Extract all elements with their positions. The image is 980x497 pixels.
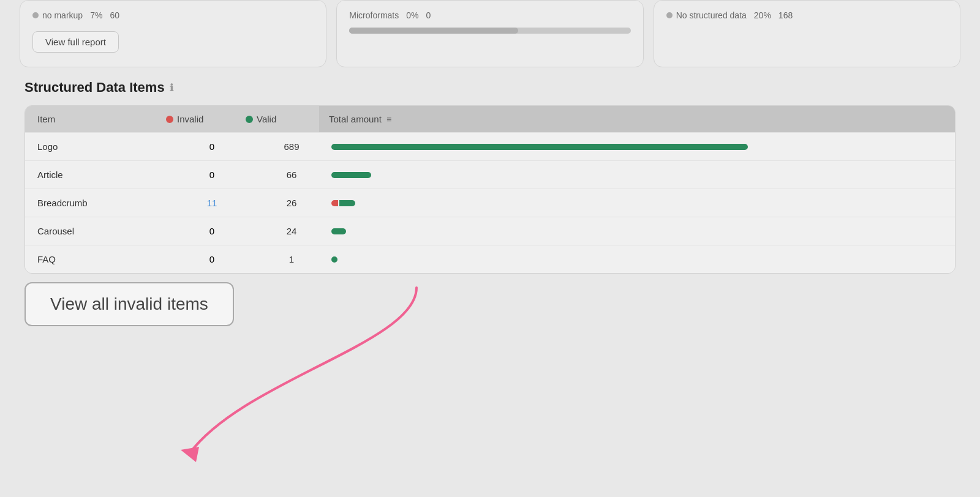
valid-header-text: Valid <box>257 114 276 124</box>
card2-stat-label: Microformats <box>349 10 399 20</box>
card3-pct: 20% <box>754 10 771 20</box>
card1-stat-label: no markup <box>32 10 83 20</box>
row-logo-valid: 689 <box>252 141 331 152</box>
bar-logo-green <box>331 144 748 150</box>
row-carousel-valid: 24 <box>252 226 331 236</box>
col-header-valid: Valid <box>239 106 319 132</box>
svg-marker-0 <box>181 447 199 462</box>
invalid-header-dot <box>166 116 173 123</box>
row-breadcrumb-item: Breadcrumb <box>37 198 172 208</box>
row-faq-invalid: 0 <box>172 254 252 264</box>
row-breadcrumb-invalid[interactable]: 11 <box>172 198 252 208</box>
card-no-structured-data: No structured data 20% 168 <box>654 0 960 67</box>
section-title: Structured Data Items ℹ <box>24 80 956 95</box>
col-header-item: Item <box>25 106 160 132</box>
row-logo-bar <box>331 144 943 150</box>
table-row: Article 0 66 <box>25 160 955 189</box>
row-faq-valid: 1 <box>252 254 331 264</box>
row-breadcrumb-bar <box>331 200 943 206</box>
invalid-header-text: Invalid <box>177 114 203 124</box>
card1-count: 60 <box>110 10 119 20</box>
row-article-invalid: 0 <box>172 170 252 180</box>
card2-pct: 0% <box>406 10 418 20</box>
table-row: Logo 0 689 <box>25 132 955 160</box>
row-carousel-bar <box>331 228 943 234</box>
info-icon[interactable]: ℹ <box>170 82 173 94</box>
row-article-item: Article <box>37 170 172 180</box>
total-header-text: Total amount <box>329 114 382 124</box>
card-microformats: Microformats 0% 0 <box>336 0 643 67</box>
row-logo-invalid: 0 <box>172 141 252 152</box>
card2-bar <box>349 28 518 34</box>
table-row: Carousel 0 24 <box>25 217 955 245</box>
row-article-bar <box>331 172 943 178</box>
bar-carousel-green <box>331 228 346 234</box>
card3-stat-label: No structured data <box>666 10 747 20</box>
main-content: Structured Data Items ℹ Item Invalid Val… <box>0 80 980 326</box>
bar-article-green <box>331 172 371 178</box>
row-carousel-invalid: 0 <box>172 226 252 236</box>
bar-breadcrumb-green <box>339 200 355 206</box>
row-carousel-item: Carousel <box>37 226 172 236</box>
row-breadcrumb-valid: 26 <box>252 198 331 208</box>
card3-label-text: No structured data <box>676 10 747 20</box>
col-header-total: Total amount ≡ <box>319 106 955 132</box>
view-all-invalid-items-button[interactable]: View all invalid items <box>24 282 234 326</box>
table-header: Item Invalid Valid Total amount ≡ <box>25 106 955 132</box>
card-no-markup: no markup 7% 60 View full report <box>20 0 326 67</box>
card1-dot <box>32 12 39 18</box>
card3-dot <box>666 12 673 18</box>
card1-label-text: no markup <box>42 10 83 20</box>
row-logo-item: Logo <box>37 141 172 152</box>
table-row: FAQ 0 1 <box>25 245 955 273</box>
view-full-report-button[interactable]: View full report <box>32 31 119 53</box>
card2-label-text: Microformats <box>349 10 399 20</box>
col-header-invalid: Invalid <box>160 106 239 132</box>
structured-data-table: Item Invalid Valid Total amount ≡ Logo 0… <box>24 105 956 274</box>
bar-breadcrumb-red <box>331 200 338 206</box>
table-row: Breadcrumb 11 26 <box>25 189 955 217</box>
card1-pct: 7% <box>90 10 102 20</box>
sort-icon[interactable]: ≡ <box>386 114 391 124</box>
row-faq-bar <box>331 256 943 263</box>
row-article-valid: 66 <box>252 170 331 180</box>
section-title-text: Structured Data Items <box>24 80 165 95</box>
card2-count: 0 <box>426 10 431 20</box>
card3-count: 168 <box>778 10 793 20</box>
row-faq-item: FAQ <box>37 254 172 264</box>
bar-faq-green <box>331 256 337 263</box>
valid-header-dot <box>246 116 253 123</box>
